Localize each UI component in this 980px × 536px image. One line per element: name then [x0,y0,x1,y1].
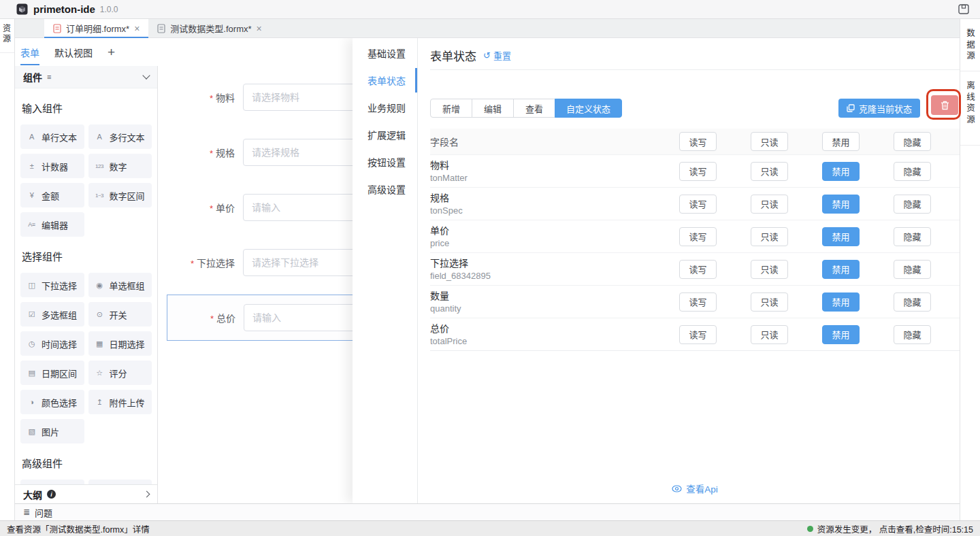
state-disabled-button[interactable]: 禁用 [822,292,860,312]
state-readwrite-button[interactable]: 读写 [679,325,717,344]
component-item-multiline-text[interactable]: A多行文本 [88,124,152,149]
state-disabled-button[interactable]: 禁用 [822,227,860,246]
workspace-save-icon[interactable] [958,4,969,14]
state-disabled-button[interactable]: 禁用 [822,325,860,344]
state-hidden-button[interactable]: 隐藏 [894,227,931,246]
chevron-down-icon[interactable] [142,71,150,79]
mode-tab-view[interactable]: 查看 [513,99,555,118]
delete-state-button[interactable] [931,95,958,115]
component-item-time-picker[interactable]: ◷时间选择 [20,331,84,356]
component-item-radio-group[interactable]: ◉单选框组 [88,273,152,297]
component-item-editor[interactable]: A≡编辑器 [20,212,84,237]
component-label: 多选框组 [42,308,77,321]
header-state-hidden[interactable]: 隐藏 [894,132,931,151]
mode-tab-custom-state[interactable]: 自定义状态 [555,99,622,118]
component-item-number-range[interactable]: 1~3数字区间 [88,183,152,207]
state-readwrite-button[interactable]: 读写 [679,162,717,181]
form-field-material[interactable]: *物料 [158,84,353,111]
component-item-partial[interactable] [88,480,152,484]
component-item-currency[interactable]: ¥金额 [20,183,84,207]
form-field-dropdown[interactable]: *下拉选择 [158,249,353,276]
state-readwrite-button[interactable]: 读写 [679,260,717,279]
spec-select-input[interactable] [243,139,353,166]
settings-menu-advanced[interactable]: 高级设置 [353,175,417,203]
settings-menu-extension-logic[interactable]: 扩展逻辑 [353,121,417,148]
tab-test-datatype-formx[interactable]: 测试数据类型.formx* × [148,19,270,37]
component-item-partial[interactable] [20,480,84,484]
component-item-checkbox-group[interactable]: ☑多选框组 [20,302,84,326]
close-icon[interactable]: × [257,24,262,33]
state-readwrite-button[interactable]: 读写 [679,292,717,312]
component-item-rating[interactable]: ☆评分 [88,361,152,385]
components-panel-header[interactable]: 组件 ≡ [15,66,157,88]
state-readonly-button[interactable]: 只读 [751,162,788,181]
resources-strip-label[interactable]: 资源 [3,24,12,44]
add-view-button[interactable]: + [108,37,115,67]
state-hidden-button[interactable]: 隐藏 [894,292,931,312]
component-label: 单行文本 [42,131,77,144]
component-item-color-picker[interactable]: ◑颜色选择 [20,390,84,414]
strip-divider [0,52,14,53]
mode-tab-edit[interactable]: 编辑 [472,99,514,118]
total-price-input[interactable] [244,304,353,331]
table-row: 数量quantity 读写 只读 禁用 隐藏 [430,285,960,318]
component-item-upload[interactable]: ↥附件上传 [88,390,152,414]
settings-menu-form-state[interactable]: 表单状态 [353,67,417,94]
state-hidden-button[interactable]: 隐藏 [894,162,931,181]
mode-tab-new[interactable]: 新增 [430,99,472,118]
header-state-disabled[interactable]: 禁用 [822,132,860,151]
required-mark: * [210,148,213,158]
status-change-notice[interactable]: 资源发生变更， 点击查看,检查时间:15:15 [807,522,973,535]
state-hidden-button[interactable]: 隐藏 [894,260,931,279]
reset-link[interactable]: ↺ 重置 [483,49,511,62]
clone-current-state-button[interactable]: 克隆当前状态 [838,99,920,118]
view-api-link[interactable]: 查看Api [430,482,960,495]
state-readwrite-button[interactable]: 读写 [679,227,717,246]
form-field-unit-price[interactable]: *单价 [158,194,353,221]
close-icon[interactable]: × [134,24,140,33]
state-readonly-button[interactable]: 只读 [751,325,788,344]
component-item-date-picker[interactable]: ▦日期选择 [88,331,152,356]
state-disabled-button[interactable]: 禁用 [822,162,860,181]
selected-field-outline[interactable]: *总价 [167,295,353,341]
view-tab-default-view[interactable]: 默认视图 [54,38,93,67]
outline-row[interactable]: 大纲 i [15,484,157,503]
state-hidden-button[interactable]: 隐藏 [894,325,931,344]
header-state-readonly[interactable]: 只读 [751,132,788,151]
form-field-total-price[interactable]: *总价 [167,304,353,331]
state-readonly-button[interactable]: 只读 [751,292,788,312]
settings-menu-basic[interactable]: 基础设置 [353,39,417,67]
state-disabled-button[interactable]: 禁用 [822,195,860,214]
document-tab-strip: 订单明细.formx* × 测试数据类型.formx* × [15,19,960,38]
state-hidden-button[interactable]: 隐藏 [894,195,931,214]
state-readonly-button[interactable]: 只读 [751,260,788,279]
state-readwrite-button[interactable]: 读写 [679,195,717,214]
dropdown-select-input[interactable] [243,249,353,276]
component-item-image[interactable]: ▧图片 [20,419,84,443]
state-disabled-button[interactable]: 禁用 [822,260,860,279]
component-item-single-line-text[interactable]: A单行文本 [20,124,84,149]
document-icon-red [53,24,61,33]
component-item-counter[interactable]: ±计数器 [20,154,84,178]
settings-menu-business-rules[interactable]: 业务规则 [353,94,417,121]
component-item-switch[interactable]: ⊙开关 [88,302,152,326]
state-readonly-button[interactable]: 只读 [751,195,788,214]
offline-resources-strip-tab[interactable]: 离线资源 [960,71,980,146]
header-state-readwrite[interactable]: 读写 [679,132,717,151]
material-select-input[interactable] [243,84,353,111]
unit-price-input[interactable] [243,194,353,221]
component-item-date-range[interactable]: ▤日期区间 [20,361,84,385]
settings-menu-button-settings[interactable]: 按钮设置 [353,148,417,175]
state-readonly-button[interactable]: 只读 [751,227,788,246]
component-item-number[interactable]: 123数字 [88,154,152,178]
tab-order-detail-formx[interactable]: 订单明细.formx* × [44,19,148,37]
chevron-right-icon[interactable] [144,491,150,498]
state-toolbar: 新增 编辑 查看 自定义状态 克隆当前状态 [430,99,960,118]
problems-bar[interactable]: ≣ 问题 [15,503,960,520]
datasource-strip-tab[interactable]: 数据源 [960,19,980,71]
component-item-dropdown[interactable]: ◫下拉选择 [20,273,84,297]
currency-icon: ¥ [27,191,37,199]
form-field-spec[interactable]: *规格 [158,139,353,166]
view-tab-form[interactable]: 表单 [20,38,39,67]
status-resource-detail[interactable]: 查看资源「测试数据类型.formx」详情 [7,522,150,535]
